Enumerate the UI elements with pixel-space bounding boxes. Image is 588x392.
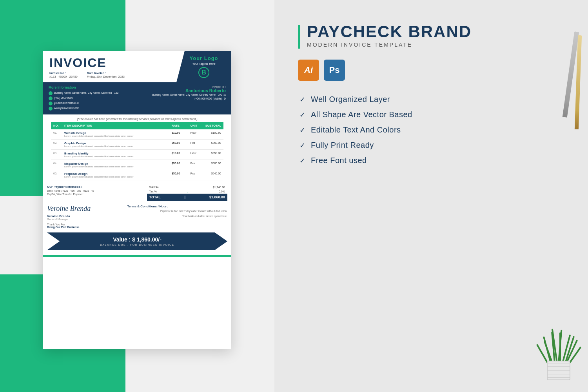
totals-block: Subtotal : $1,740.00 Tax % : 0.0% TOTAL …: [147, 185, 227, 201]
col-unit: UNIT: [188, 122, 203, 129]
subtotal-value: $1,740.00: [213, 186, 225, 189]
table-row: 03. Branding Identity Lorem ipsum dolor …: [51, 150, 223, 160]
payment-detail-1: Bank Name : #123 - 456 - 789 - 0123 - 45: [47, 189, 144, 192]
invoice-title-block: INVOICE Invoice No : #123 - 45600 - 2345…: [43, 51, 176, 82]
tax-value: 0.0%: [219, 190, 225, 193]
decorative-pencils: [568, 31, 580, 129]
item-subtotal: $585.00: [203, 160, 223, 170]
brand-accent-bar: [298, 25, 300, 49]
feature-item: ✓ Well Organized Layer: [299, 95, 564, 104]
contact-row-1: Building Name, Street Name, City Name, C…: [49, 91, 148, 95]
contact-row-4: www.yourwebsite.com: [49, 106, 148, 111]
item-desc-cell: Proposal Design Lorem ipsum dolor sit am…: [62, 170, 169, 180]
item-subtotal: $850.00: [203, 140, 223, 150]
item-subtotal: $350.00: [203, 150, 223, 160]
contact-1: Building Name, Street Name, City Name, C…: [54, 91, 118, 94]
feature-item: ✓ Free Font used: [299, 156, 564, 165]
contact-row-2: (+00) 0000 0000: [49, 96, 148, 100]
contact-row-3: youremail@hotmail.id: [49, 101, 148, 105]
feature-check-icon: ✓: [299, 141, 305, 150]
subtotal-row: Subtotal : $1,740.00: [147, 185, 227, 189]
item-no: 04.: [51, 160, 62, 170]
invoice-footer-line: [43, 255, 231, 257]
item-unit: Pcs: [188, 140, 203, 150]
more-info-title: More Information: [49, 85, 148, 89]
contact-4: www.yourwebsite.com: [54, 106, 79, 110]
item-no: 02.: [51, 140, 62, 150]
terms-title: Terms & Conditions / Note :: [127, 205, 227, 208]
table-row: 02. Graphic Design Lorem ipsum dolor sit…: [51, 140, 223, 150]
invoice-to-mobile: (+00) 000 0000 (Mobile) : D: [152, 97, 226, 101]
feature-text: Fully Print Ready: [311, 141, 374, 150]
total-label: TOTAL: [149, 195, 161, 199]
feature-item: ✓ All Shape Are Vector Based: [299, 110, 564, 119]
features-list: ✓ Well Organized Layer ✓ All Shape Are V…: [299, 95, 564, 165]
tax-row: Tax % : 0.0%: [147, 189, 227, 194]
brand-header: PAYCHECK BRAND MODERN INVOICE TEMPLATE: [298, 24, 564, 49]
sig-text: Veroine Brenda: [47, 205, 124, 213]
tax-label: Tax %: [149, 190, 157, 193]
invoice-to-name: Santorious Roberto: [152, 88, 226, 93]
item-rate: $50.00: [169, 170, 188, 180]
subtotal-label: Subtotal: [149, 186, 160, 189]
invoice-meta: Invoice No : #123 - 45600 - 23450 Date I…: [49, 71, 170, 78]
grass-blade: [559, 332, 561, 363]
logo-tagline: Your Tagline Here: [192, 62, 215, 65]
brand-title-block: PAYCHECK BRAND MODERN INVOICE TEMPLATE: [307, 24, 472, 48]
invoice-to-label: Invoice To :: [152, 85, 226, 88]
brand-subtitle: MODERN INVOICE TEMPLATE: [307, 42, 472, 48]
decorative-plant: [541, 329, 576, 380]
thanks-text: Thank You For: [47, 223, 65, 226]
invoice-table-wrapper: NO. ITEM DESCRIPTION RATE UNIT SUBTOTAL …: [43, 122, 231, 180]
terms-text-2: Your bank and other details space here.: [127, 214, 227, 218]
contact-3: youremail@hotmail.id: [54, 101, 79, 105]
item-subtotal: $150.60: [203, 129, 223, 140]
item-desc-cell: Graphic Design Lorem ipsum dolor sit ame…: [62, 140, 169, 150]
item-no: 03.: [51, 150, 62, 160]
col-subtotal: SUBTOTAL: [203, 122, 223, 129]
plant-grass: [543, 328, 574, 363]
sig-thanks: Thank You For Being Our Part Business: [47, 223, 124, 229]
table-row: 04. Magazine Design Lorem ipsum dolor si…: [51, 160, 223, 170]
feature-text: All Shape Are Vector Based: [311, 110, 412, 119]
value-footer: Value : $ 1,860.00/- BALANCE DUE - FOR B…: [47, 232, 227, 250]
pot-lines: [548, 361, 570, 379]
item-unit: Hour: [188, 150, 203, 160]
contact-dot-2: [49, 96, 53, 100]
invoice-header: INVOICE Invoice No : #123 - 45600 - 2345…: [43, 51, 231, 82]
item-rate: $50.00: [169, 140, 188, 150]
invoice-note: (*The invoice has been generated for the…: [43, 114, 231, 122]
contact-dot-3: [49, 102, 53, 105]
terms-text-1: Payment is due max 7 days after invoice …: [127, 209, 227, 213]
logo-icon: B: [198, 67, 209, 78]
sig-name: Veroine Brenda: [47, 214, 124, 218]
item-subtotal: $645.00: [203, 170, 223, 180]
col-desc: ITEM DESCRIPTION: [62, 122, 169, 129]
invoice-to-block: Invoice To : Santorious Roberto Building…: [148, 85, 226, 101]
invoice-logo-block: Your Logo Your Tagline Here B: [176, 51, 231, 82]
feature-check-icon: ✓: [299, 111, 305, 119]
invoice-no-value: #123 - 45600 - 23450: [49, 75, 78, 78]
invoice-no-label: Invoice No :: [49, 71, 78, 75]
item-unit: Hour: [188, 129, 203, 140]
date-value: Friday, 25th December, 2023: [87, 75, 125, 78]
item-no: 05.: [51, 170, 62, 180]
table-row: 05. Proposal Design Lorem ipsum dolor si…: [51, 170, 223, 180]
payment-methods: Our Payment Methods : Bank Name : #123 -…: [47, 185, 144, 201]
invoice-to-addr: Building Name, Street Name, City Name, C…: [152, 93, 226, 97]
feature-check-icon: ✓: [299, 126, 305, 134]
logo-text: Your Logo: [189, 55, 218, 61]
software-icons: Ai Ps: [298, 60, 564, 81]
invoice-bottom: Our Payment Methods : Bank Name : #123 -…: [43, 182, 231, 203]
feature-check-icon: ✓: [299, 95, 305, 104]
value-text: Value : $ 1,860.00/-: [113, 236, 162, 243]
value-sub: BALANCE DUE - FOR BUSINESS INVOICE: [100, 243, 174, 246]
more-info-left: More Information Building Name, Street N…: [49, 85, 148, 111]
item-no: 01.: [51, 129, 62, 140]
item-rate: $10.00: [169, 129, 188, 140]
contact-2: (+00) 0000 0000: [54, 96, 73, 100]
plant-pot: [547, 361, 570, 380]
contact-dot-1: [49, 91, 53, 95]
total-row: TOTAL | $1,860.00: [147, 194, 227, 201]
feature-item: ✓ Fully Print Ready: [299, 141, 564, 150]
